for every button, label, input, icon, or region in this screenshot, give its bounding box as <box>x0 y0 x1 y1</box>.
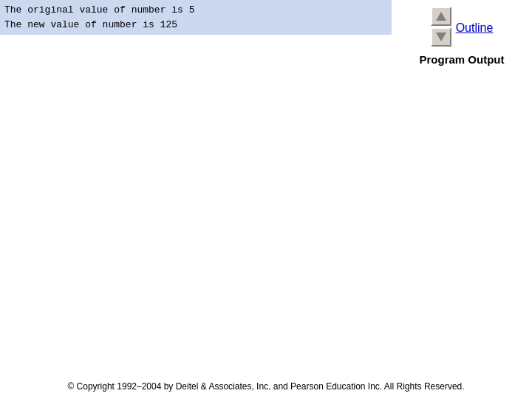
up-arrow-icon <box>436 12 446 21</box>
footer-text: © Copyright 1992–2004 by Deitel & Associ… <box>67 381 464 392</box>
footer: © Copyright 1992–2004 by Deitel & Associ… <box>0 381 532 392</box>
sidebar: Outline Program Output <box>392 0 532 66</box>
down-button[interactable] <box>431 27 451 47</box>
program-output-label: Program Output <box>420 53 505 66</box>
nav-row: Outline <box>431 6 494 50</box>
outline-link[interactable]: Outline <box>456 21 494 35</box>
nav-buttons <box>431 6 451 47</box>
output-text: The original value of number is 5 The ne… <box>4 3 387 32</box>
output-line1: The original value of number is 5 <box>4 4 194 16</box>
down-arrow-icon <box>436 33 446 41</box>
up-button[interactable] <box>431 7 451 26</box>
output-line2: The new value of number is 125 <box>4 19 177 30</box>
output-panel: The original value of number is 5 The ne… <box>0 0 392 35</box>
